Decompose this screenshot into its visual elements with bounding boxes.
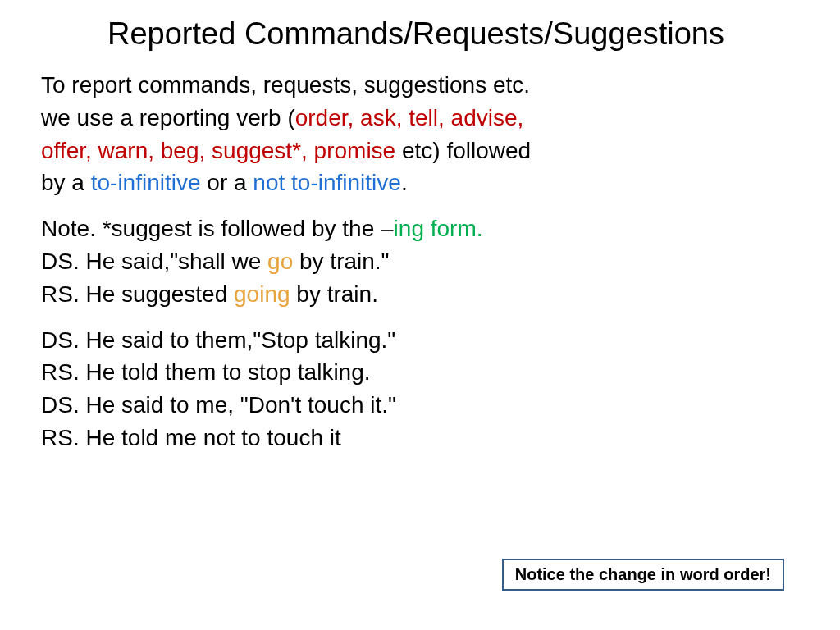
example-line-3: DS. He said to me, "Don't touch it." — [41, 390, 791, 421]
callout-box: Notice the change in word order! — [502, 559, 784, 591]
text: Note. *suggest is followed by the – — [41, 216, 394, 241]
text: RS. He suggested — [41, 281, 234, 307]
text: by train." — [293, 249, 389, 274]
verbs-red: order, ask, tell, advise, — [295, 105, 524, 130]
note-block: Note. *suggest is followed by the –ing f… — [41, 213, 791, 309]
callout-text: Notice the change in word order! — [502, 559, 784, 591]
going-highlight: going — [234, 281, 290, 307]
intro-line-3: offer, warn, beg, suggest*, promise etc)… — [41, 135, 791, 167]
text: by a — [41, 170, 91, 195]
note-line-2: DS. He said,"shall we go by train." — [41, 246, 791, 277]
text: To report commands, requests, suggestion… — [41, 72, 530, 98]
to-infinitive: to-infinitive — [91, 170, 201, 195]
text: or a — [201, 170, 253, 195]
text: . — [401, 170, 408, 195]
go-highlight: go — [267, 249, 293, 274]
not-to-infinitive: not to-infinitive — [253, 170, 401, 195]
slide-title: Reported Commands/Requests/Suggestions — [41, 16, 791, 52]
text: DS. He said,"shall we — [41, 249, 267, 274]
note-line-3: RS. He suggested going by train. — [41, 279, 791, 310]
example-line-1: DS. He said to them,"Stop talking." — [41, 325, 791, 356]
text: etc) followed — [395, 138, 531, 163]
intro-line-1: To report commands, requests, suggestion… — [41, 70, 791, 101]
intro-line-4: by a to-infinitive or a not to-infinitiv… — [41, 167, 791, 199]
slide-content: To report commands, requests, suggestion… — [41, 70, 791, 454]
verbs-red: offer, warn, beg, suggest*, promise — [41, 138, 395, 163]
intro-block: To report commands, requests, suggestion… — [41, 70, 791, 199]
examples-block: DS. He said to them,"Stop talking." RS. … — [41, 325, 791, 454]
example-line-2: RS. He told them to stop talking. — [41, 357, 791, 388]
note-line-1: Note. *suggest is followed by the –ing f… — [41, 213, 791, 244]
example-line-4: RS. He told me not to touch it — [41, 422, 791, 454]
intro-line-2: we use a reporting verb (order, ask, tel… — [41, 103, 791, 134]
text: we use a reporting verb ( — [41, 105, 295, 130]
text: by train. — [290, 281, 378, 307]
ing-form: ing form. — [394, 216, 483, 241]
